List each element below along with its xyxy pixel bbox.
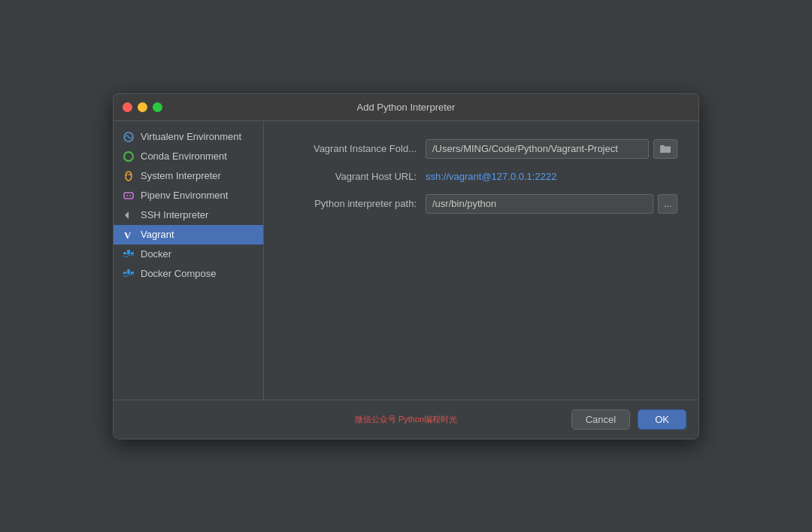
python-interpreter-path-input-row: ... bbox=[426, 194, 677, 214]
sidebar-item-virtualenv[interactable]: Virtualenv Environment bbox=[114, 127, 263, 147]
close-button[interactable] bbox=[123, 102, 132, 112]
sidebar-item-virtualenv-label: Virtualenv Environment bbox=[141, 131, 241, 142]
sidebar-item-docker[interactable]: Docker bbox=[114, 245, 263, 264]
svg-rect-6 bbox=[123, 252, 126, 254]
dialog-title: Add Python Interpreter bbox=[357, 102, 456, 113]
sidebar-item-vagrant[interactable]: V Vagrant bbox=[114, 225, 263, 245]
docker-icon bbox=[123, 248, 135, 260]
vagrant-instance-folder-browse-button[interactable] bbox=[653, 139, 677, 159]
sidebar-item-conda[interactable]: Conda Environment bbox=[114, 147, 263, 166]
conda-icon bbox=[123, 150, 135, 163]
ok-button[interactable]: OK bbox=[638, 409, 686, 430]
maximize-button[interactable] bbox=[153, 102, 162, 112]
ellipsis-icon: ... bbox=[664, 199, 671, 209]
svg-rect-13 bbox=[131, 272, 134, 274]
sidebar-item-pipenv-label: Pipenv Environment bbox=[141, 190, 228, 201]
add-interpreter-dialog: Add Python Interpreter Virtualenv Enviro… bbox=[113, 93, 699, 439]
watermark: 微信公众号 Python编程时光 bbox=[355, 414, 457, 425]
sidebar-item-pipenv[interactable]: Pipenv Environment bbox=[114, 186, 263, 205]
vagrant-instance-folder-row: Vagrant Instance Fold... bbox=[285, 139, 677, 159]
sidebar-item-docker-compose[interactable]: Docker Compose bbox=[114, 264, 263, 284]
sidebar-item-system-label: System Interpreter bbox=[141, 170, 221, 181]
docker-compose-icon bbox=[123, 268, 135, 280]
vagrant-instance-folder-label: Vagrant Instance Fold... bbox=[285, 143, 417, 154]
svg-rect-8 bbox=[127, 250, 130, 252]
python-interpreter-path-input[interactable] bbox=[426, 194, 653, 214]
sidebar: Virtualenv Environment Conda Environment bbox=[114, 121, 264, 400]
sidebar-item-conda-label: Conda Environment bbox=[141, 150, 227, 162]
minimize-button[interactable] bbox=[138, 102, 147, 112]
svg-point-2 bbox=[126, 172, 132, 181]
python-interpreter-path-browse-button[interactable]: ... bbox=[658, 194, 677, 214]
svg-rect-12 bbox=[127, 269, 130, 272]
ssh-icon bbox=[123, 209, 135, 221]
vagrant-host-url-value[interactable]: ssh://vagrant@127.0.0.1:2222 bbox=[426, 171, 556, 182]
footer-wrapper: 微信公众号 Python编程时光 Cancel OK bbox=[126, 409, 686, 430]
svg-rect-3 bbox=[124, 193, 133, 199]
virtualenv-icon bbox=[123, 131, 135, 143]
cancel-button[interactable]: Cancel bbox=[571, 409, 630, 430]
vagrant-instance-folder-input-row bbox=[426, 139, 677, 159]
dialog-footer: 微信公众号 Python编程时光 Cancel OK bbox=[114, 400, 698, 439]
pipenv-icon bbox=[123, 190, 135, 202]
svg-rect-7 bbox=[127, 252, 130, 254]
vagrant-icon: V bbox=[123, 229, 135, 241]
sidebar-item-docker-label: Docker bbox=[141, 248, 171, 260]
dialog-body: Virtualenv Environment Conda Environment bbox=[114, 121, 698, 400]
sidebar-item-system[interactable]: System Interpreter bbox=[114, 166, 263, 186]
svg-text:V: V bbox=[124, 230, 132, 241]
title-bar: Add Python Interpreter bbox=[114, 94, 698, 121]
sidebar-item-ssh[interactable]: SSH Interpreter bbox=[114, 205, 263, 225]
svg-marker-4 bbox=[125, 211, 129, 219]
svg-point-1 bbox=[124, 152, 133, 161]
vagrant-host-url-row: Vagrant Host URL: ssh://vagrant@127.0.0.… bbox=[285, 171, 677, 182]
python-interpreter-path-row: Python interpreter path: ... bbox=[285, 194, 677, 214]
sidebar-item-vagrant-label: Vagrant bbox=[141, 229, 174, 240]
sidebar-item-docker-compose-label: Docker Compose bbox=[141, 268, 216, 279]
folder-icon bbox=[659, 144, 671, 154]
footer-buttons: Cancel OK bbox=[571, 409, 686, 430]
python-interpreter-path-label: Python interpreter path: bbox=[285, 198, 417, 209]
svg-rect-11 bbox=[127, 272, 130, 274]
sidebar-item-ssh-label: SSH Interpreter bbox=[141, 209, 208, 220]
vagrant-instance-folder-input[interactable] bbox=[426, 139, 649, 159]
system-icon bbox=[123, 170, 135, 182]
svg-rect-10 bbox=[123, 272, 126, 274]
vagrant-host-url-label: Vagrant Host URL: bbox=[285, 171, 417, 182]
window-controls bbox=[123, 102, 162, 112]
svg-rect-9 bbox=[131, 252, 134, 254]
content-area: Vagrant Instance Fold... Vagrant Host UR… bbox=[264, 121, 698, 400]
